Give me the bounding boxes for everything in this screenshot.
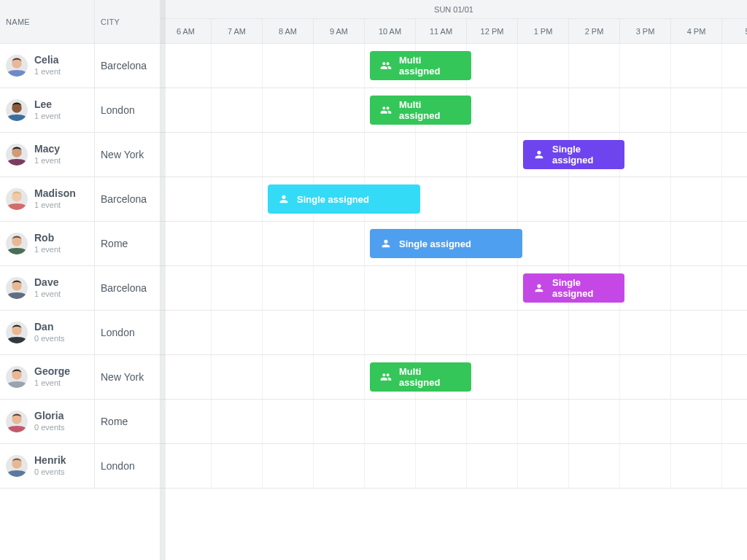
schedule-row[interactable]: Single assigned <box>160 266 747 311</box>
schedule-cell <box>467 44 518 88</box>
schedule-row[interactable] <box>160 444 747 489</box>
schedule-row[interactable]: Multi assigned <box>160 44 747 88</box>
resource-row[interactable]: Dan0 eventsLondon <box>0 311 160 355</box>
schedule-row[interactable]: Multi assigned <box>160 88 747 133</box>
resource-name-cell: Lee1 event <box>0 88 95 132</box>
schedule-cell <box>160 355 212 399</box>
hour-header-cell[interactable]: 4 PM <box>671 19 722 43</box>
schedule-cell <box>416 444 467 488</box>
schedule-cell <box>365 266 416 310</box>
schedule-cell <box>671 355 722 399</box>
column-header-city[interactable]: CITY <box>95 18 160 26</box>
event-multi-assigned[interactable]: Multi assigned <box>370 51 471 80</box>
schedule-cell <box>263 266 314 310</box>
schedule-cell <box>722 355 747 399</box>
resource-meta: 1 event <box>34 201 76 211</box>
schedule-cell <box>518 400 569 443</box>
avatar <box>6 99 28 121</box>
avatar <box>6 233 28 254</box>
schedule-grid: SUN 01/01 6 AM7 AM8 AM9 AM10 AM11 AM12 P… <box>160 0 747 560</box>
schedule-cell <box>212 266 263 310</box>
resource-meta: 1 event <box>34 156 61 166</box>
resource-name: George <box>34 365 70 378</box>
schedule-cell <box>620 355 671 399</box>
schedule-cell <box>518 88 569 132</box>
schedule-cell <box>416 177 467 221</box>
resource-name-cell: Dave1 event <box>0 266 95 310</box>
hour-header-cell[interactable]: 3 PM <box>620 19 671 43</box>
schedule-cell <box>569 44 620 88</box>
schedule-cell <box>314 266 365 310</box>
event-single-assigned[interactable]: Single assigned <box>370 229 522 258</box>
resource-row[interactable]: George1 eventNew York <box>0 355 160 400</box>
schedule-cell <box>263 44 314 88</box>
hour-header-cell[interactable]: 12 PM <box>467 19 518 43</box>
column-header-name[interactable]: NAME <box>0 0 95 43</box>
schedule-cell <box>518 177 569 221</box>
resource-row[interactable]: Gloria0 eventsRome <box>0 400 160 444</box>
resource-city-cell: New York <box>95 371 160 383</box>
resource-meta: 1 event <box>34 112 61 122</box>
hour-header-cell[interactable]: 7 AM <box>212 19 263 43</box>
schedule-row[interactable] <box>160 400 747 444</box>
resource-city-cell: Rome <box>95 416 160 427</box>
schedule-cell <box>365 311 416 354</box>
schedule-cell <box>416 400 467 443</box>
avatar <box>6 455 28 477</box>
resource-name-cell: Dan0 events <box>0 311 95 354</box>
resource-name-cell: Macy1 event <box>0 133 95 176</box>
event-multi-assigned[interactable]: Multi assigned <box>370 96 471 125</box>
hour-header-cell[interactable]: 11 AM <box>416 19 467 43</box>
schedule-cell <box>212 88 263 132</box>
event-label: Single assigned <box>399 238 471 249</box>
event-label: Multi assigned <box>399 99 461 121</box>
resource-row[interactable]: Dave1 eventBarcelona <box>0 266 160 311</box>
resource-row[interactable]: Rob1 eventRome <box>0 222 160 266</box>
resource-label: Madison1 event <box>34 187 76 210</box>
schedule-row[interactable]: Multi assigned <box>160 355 747 400</box>
schedule-cell <box>518 355 569 399</box>
resource-city-cell: Rome <box>95 238 160 249</box>
resource-label: Macy1 event <box>34 143 61 166</box>
schedule-cell <box>314 222 365 265</box>
schedule-cell <box>722 44 747 88</box>
hour-header-cell[interactable]: 2 PM <box>569 19 620 43</box>
schedule-cell <box>467 355 518 399</box>
resource-row[interactable]: Madison1 eventBarcelona <box>0 177 160 222</box>
resource-row[interactable]: Henrik0 eventsLondon <box>0 444 160 489</box>
hour-header-cell[interactable]: 1 PM <box>518 19 569 43</box>
hour-header-cell[interactable]: 10 AM <box>365 19 416 43</box>
resource-row[interactable]: Macy1 eventNew York <box>0 133 160 177</box>
schedule-cell <box>160 177 212 221</box>
schedule-cell <box>365 133 416 176</box>
hour-header-cell[interactable]: 9 AM <box>314 19 365 43</box>
avatar <box>6 144 28 166</box>
schedule-cell <box>263 400 314 443</box>
hour-header-cell[interactable]: 5 <box>722 19 747 43</box>
date-header[interactable]: SUN 01/01 <box>160 0 747 19</box>
hour-header-cell[interactable]: 8 AM <box>263 19 314 43</box>
resource-city-cell: Barcelona <box>95 282 160 294</box>
schedule-row[interactable]: Single assigned <box>160 133 747 177</box>
schedule-cell <box>263 133 314 176</box>
resource-label: Lee1 event <box>34 98 61 121</box>
event-single-assigned[interactable]: Single assigned <box>268 184 420 214</box>
schedule-row[interactable] <box>160 311 747 355</box>
avatar <box>6 188 28 210</box>
schedule-cell <box>569 177 620 221</box>
resource-row[interactable]: Celia1 eventBarcelona <box>0 44 160 88</box>
hour-header-cell[interactable]: 6 AM <box>160 19 212 43</box>
schedule-cell <box>569 222 620 265</box>
resource-row[interactable]: Lee1 eventLondon <box>0 88 160 133</box>
schedule-cell <box>314 88 365 132</box>
schedule-cell <box>212 355 263 399</box>
event-single-assigned[interactable]: Single assigned <box>523 140 624 169</box>
event-multi-assigned[interactable]: Multi assigned <box>370 362 471 392</box>
resource-label: Gloria0 events <box>34 410 65 432</box>
event-single-assigned[interactable]: Single assigned <box>523 273 624 303</box>
schedule-row[interactable]: Single assigned <box>160 177 747 222</box>
schedule-cell <box>416 266 467 310</box>
schedule-cell <box>160 222 212 265</box>
resource-label: Dan0 events <box>34 321 65 343</box>
schedule-row[interactable]: Single assigned <box>160 222 747 266</box>
